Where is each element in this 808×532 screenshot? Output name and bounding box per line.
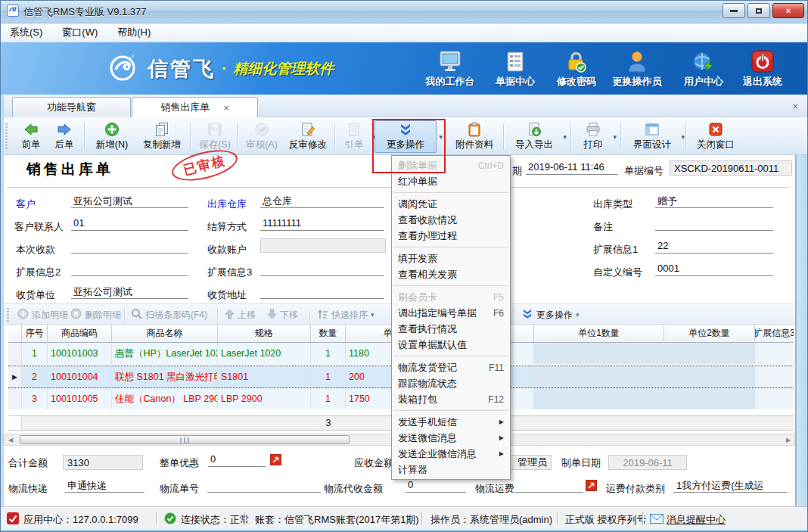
grid-header-code: 商品编码 (48, 325, 112, 343)
remark-field[interactable] (655, 217, 773, 231)
menu-item-swipe-member-card[interactable]: 刷会员卡F5 (392, 289, 510, 305)
ui-design-button[interactable]: 界面设计 ▾ (626, 120, 679, 153)
arrow-down-icon (267, 309, 277, 322)
menu-system[interactable]: 系统(S) (10, 26, 42, 39)
workstation-icon (421, 48, 480, 73)
unaudit-edit-button[interactable]: 反审修改 (284, 120, 332, 153)
header-action-user-center[interactable]: 用户中心 (674, 48, 733, 89)
freighttype-field[interactable]: 1我方付运费(生成运 (674, 479, 788, 493)
date-label: 期 (512, 164, 522, 178)
menu-item-view-process[interactable]: 查看办理过程 (392, 228, 510, 244)
discount-shortcut-icon[interactable] (270, 454, 281, 468)
chevron-down-icon[interactable]: ▾ (681, 133, 685, 141)
freight-field[interactable] (514, 479, 583, 493)
app-center-status: 应用中心：127.0.0.1:7099 (23, 513, 138, 527)
menu-item-view-voucher[interactable]: 调阅凭证 (392, 196, 510, 212)
menu-help[interactable]: 帮助(H) (117, 26, 151, 39)
menu-item-logistics-register[interactable]: 物流发货登记F11 (392, 359, 510, 375)
grid-header-unit1: 单位1数量 (534, 325, 664, 343)
menu-item-delete-doc[interactable]: 删除单据Ctrl+D (392, 157, 510, 173)
header-action-workstation[interactable]: 我的工作台 (421, 48, 480, 89)
delete-detail-button[interactable]: 删除明细 (70, 307, 121, 322)
scroll-right-icon[interactable]: ▶ (782, 434, 794, 445)
receiver-field[interactable]: 亚拓公司测试 (71, 285, 188, 299)
menu-window[interactable]: 窗口(W) (62, 26, 98, 39)
menu-item-view-receipts[interactable]: 查看收款情况 (392, 212, 510, 228)
tabstrip-close-icon[interactable]: × (792, 101, 798, 112)
chevron-down-icon[interactable]: ▾ (613, 133, 617, 141)
ext3-field[interactable] (260, 263, 384, 276)
discount-field[interactable]: 0 (208, 453, 266, 467)
ext2-field[interactable] (71, 263, 188, 276)
menu-item-view-invoices[interactable]: 查看相关发票 (392, 266, 510, 282)
arrow-left-icon (23, 121, 39, 138)
new-doc-button[interactable]: 新增(N) (89, 120, 135, 153)
menu-item-send-wechat[interactable]: 发送微信消息▶ (392, 430, 510, 446)
menu-item-calculator[interactable]: 计算器 (392, 462, 510, 478)
menu-item-open-doc-by-no[interactable]: 调出指定编号单据F6 (392, 305, 510, 321)
chevron-down-icon[interactable]: ▾ (563, 133, 567, 141)
restore-button[interactable] (747, 3, 770, 18)
freight-shortcut-icon[interactable] (586, 480, 597, 494)
menu-item-red-reverse[interactable]: 红冲单据 (392, 173, 510, 189)
move-up-button[interactable]: 上移 (225, 307, 256, 322)
audit-button[interactable]: 审核(A) (241, 120, 282, 153)
prev-doc-button[interactable]: 前单 (14, 120, 48, 153)
pull-doc-button[interactable]: 引单 ▾ (339, 120, 369, 153)
thispay-field[interactable] (71, 240, 188, 254)
header-action-document-center[interactable]: 单据中心 (486, 48, 545, 89)
address-field[interactable] (260, 285, 384, 299)
warehouse-field[interactable]: 总仓库 (260, 194, 384, 208)
message-center-link[interactable]: 消息提醒中心 (667, 513, 726, 527)
copy-new-button[interactable]: 复制新增 (137, 120, 187, 153)
customer-field[interactable]: 亚拓公司测试 (71, 194, 188, 208)
express-field[interactable]: 申通快递 (65, 479, 145, 493)
header-action-exit-system[interactable]: 退出系统 (733, 48, 792, 89)
menu-item-send-sms[interactable]: 发送手机短信▶ (392, 414, 510, 430)
submenu-arrow-icon: ▶ (499, 434, 504, 441)
scrollbar-thumb[interactable] (20, 435, 350, 444)
app-icon (7, 5, 19, 20)
save-button[interactable]: 保存(S) (194, 120, 235, 153)
header-action-switch-operator[interactable]: 更换操作员 (604, 48, 670, 89)
tab-close-icon[interactable]: × (223, 102, 229, 114)
doc-date-field[interactable]: 2019-06-11 11:46 (526, 161, 618, 175)
scroll-left-icon[interactable]: ◀ (5, 434, 17, 445)
grid-header-seq: 序号 (22, 325, 48, 343)
double-chevron-down-icon (398, 121, 413, 138)
menu-item-view-execution[interactable]: 查看执行情况 (392, 321, 510, 337)
row-pointer-icon: ▶ (8, 366, 22, 387)
attachments-button[interactable]: 附件资料 (449, 120, 500, 153)
double-chevron-down-icon (521, 309, 533, 322)
header-action-change-password[interactable]: 修改密码 (547, 48, 606, 89)
grid-header-name: 商品名称 (112, 325, 218, 343)
contact-field[interactable]: 01 (71, 217, 188, 231)
chevron-down-icon[interactable]: ▾ (439, 133, 443, 141)
next-doc-button[interactable]: 后单 (48, 120, 81, 153)
tab-function-nav[interactable]: 功能导航窗 (12, 97, 131, 117)
menu-item-packing[interactable]: 装箱打包F12 (392, 391, 510, 407)
tab-sales-outbound[interactable]: 销售出库单 × (132, 97, 258, 117)
quick-sort-button[interactable]: 快速排序 ▾ (317, 307, 374, 322)
import-export-button[interactable]: 导入导出 ▾ (508, 120, 561, 153)
menu-item-set-defaults[interactable]: 设置单据默认值 (392, 337, 510, 353)
menu-item-issue-invoice[interactable]: 填开发票 (392, 250, 510, 266)
move-down-button[interactable]: 下移 (267, 307, 298, 322)
menu-item-track-logistics[interactable]: 跟踪物流状态 (392, 375, 510, 391)
cod-field[interactable]: 0 (406, 479, 466, 493)
scan-barcode-button[interactable]: 扫描条形码(F4) (131, 307, 207, 322)
customno-field[interactable]: 0001 (655, 263, 773, 276)
detail-more-actions-button[interactable]: 更多操作 ▾ (521, 307, 580, 322)
print-button[interactable]: 打印 ▾ (576, 120, 611, 153)
menu-item-send-work-wechat[interactable]: 发送企业微信消息▶ (392, 446, 510, 462)
minimize-button[interactable] (723, 3, 745, 18)
close-button[interactable]: × (772, 3, 804, 18)
add-detail-button[interactable]: 添加明细 (17, 307, 68, 322)
close-window-button[interactable]: 关闭窗口 (691, 120, 741, 153)
outtype-field[interactable]: 赠予 (655, 194, 773, 208)
ext1-field[interactable]: 22 (655, 240, 773, 254)
more-actions-button[interactable]: 更多操作 ▾ (374, 120, 437, 153)
waybill-field[interactable] (207, 479, 321, 493)
settle-field[interactable]: 11111111 (260, 217, 384, 231)
ext3-label: 扩展信息3 (207, 266, 252, 279)
